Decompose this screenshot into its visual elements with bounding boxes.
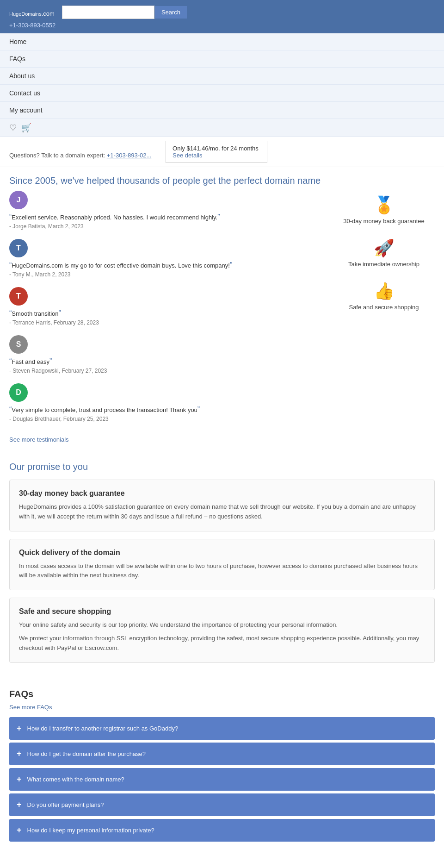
content-area: J Excellent service. Reasonably priced. … — [0, 191, 444, 452]
questions-phone[interactable]: +1-303-893-02... — [107, 152, 151, 159]
tooltip-text: Only $141.46/mo. for 24 months — [173, 145, 259, 152]
faq-label: What comes with the domain name? — [27, 776, 124, 783]
testimonial-item: D Very simple to complete, trust and pro… — [9, 383, 314, 422]
faq-expand-icon: + — [17, 800, 22, 810]
testimonials-list: J Excellent service. Reasonably priced. … — [0, 191, 324, 452]
faq-item[interactable]: + Do you offer payment plans? — [9, 793, 435, 816]
feature-item: 🚀 Take immediate ownership — [333, 238, 435, 268]
promise-card-title: Safe and secure shopping — [19, 607, 425, 616]
see-more-faqs-link[interactable]: See more FAQs — [9, 704, 52, 711]
avatar: S — [9, 335, 28, 354]
testimonial-author: - Douglas Bretthauer, February 25, 2023 — [9, 416, 314, 422]
feature-label: Safe and secure shopping — [349, 304, 419, 311]
testimonial-author: - Steven Radgowski, February 27, 2023 — [9, 368, 314, 374]
feature-icon: 🏅 — [374, 195, 395, 215]
logo: HugeDomains.com — [9, 6, 55, 19]
tooltip-link[interactable]: See details — [173, 152, 202, 159]
nav-link[interactable]: Contact us — [0, 85, 444, 101]
testimonial-item: S Fast and easy - Steven Radgowski, Febr… — [9, 335, 314, 374]
promise-card: Safe and secure shoppingYour online safe… — [9, 598, 435, 662]
nav-link[interactable]: My account — [0, 102, 444, 119]
testimonial-text: Fast and easy — [9, 357, 314, 366]
avatar: D — [9, 383, 28, 402]
faq-expand-icon: + — [17, 724, 22, 733]
nav-icons: ♡ 🛒 — [0, 119, 444, 137]
logo-text: HugeDomains — [9, 11, 42, 17]
faq-section: FAQs See more FAQs + How do I transfer t… — [0, 680, 444, 854]
promise-card: 30-day money back guaranteeHugeDomains p… — [9, 480, 435, 531]
faq-label: How do I get the domain after the purcha… — [27, 750, 146, 757]
main-nav: HomeFAQsAbout usContact usMy account ♡ 🛒 — [0, 33, 444, 137]
nav-link[interactable]: About us — [0, 68, 444, 84]
search-button[interactable]: Search — [154, 6, 187, 19]
faq-heading: FAQs — [9, 689, 435, 699]
nav-link[interactable]: FAQs — [0, 50, 444, 67]
avatar: J — [9, 191, 28, 209]
testimonial-text: Very simple to complete, trust and proce… — [9, 406, 314, 414]
avatar: T — [9, 287, 28, 306]
faq-expand-icon: + — [17, 825, 22, 835]
feature-label: 30-day money back guarantee — [343, 218, 425, 225]
testimonial-author: - Terrance Harris, February 28, 2023 — [9, 319, 314, 326]
nav-link[interactable]: Home — [0, 33, 444, 50]
promise-card-text-2: We protect your information through SSL … — [19, 634, 425, 653]
faq-item[interactable]: + How do I transfer to another registrar… — [9, 717, 435, 740]
see-more-testimonials-link[interactable]: See more testimonials — [9, 436, 69, 443]
search-input[interactable] — [62, 6, 154, 19]
tooltip-banner: Only $141.46/mo. for 24 months See detai… — [166, 141, 267, 163]
questions-text: Questions? Talk to a domain expert: — [9, 152, 105, 159]
feature-item: 👍 Safe and secure shopping — [333, 281, 435, 311]
testimonial-text: HugeDomains.com is my go to for cost eff… — [9, 261, 314, 269]
promise-card-title: 30-day money back guarantee — [19, 489, 425, 498]
nav-item: FAQs — [0, 50, 444, 68]
promise-card-title: Quick delivery of the domain — [19, 549, 425, 557]
feature-item: 🏅 30-day money back guarantee — [333, 195, 435, 225]
faq-label: How do I transfer to another registrar s… — [27, 725, 179, 732]
promise-card-text: HugeDomains provides a 100% satisfaction… — [19, 502, 425, 522]
testimonial-item: T HugeDomains.com is my go to for cost e… — [9, 239, 314, 278]
nav-item: My account — [0, 102, 444, 119]
testimonial-text: Excellent service. Reasonably priced. No… — [9, 213, 314, 221]
avatar: T — [9, 239, 28, 257]
nav-item: Contact us — [0, 85, 444, 102]
faq-item[interactable]: + What comes with the domain name? — [9, 768, 435, 791]
faq-expand-icon: + — [17, 774, 22, 784]
questions-bar: Questions? Talk to a domain expert: +1-3… — [0, 137, 444, 167]
promise-section: Our promise to you 30-day money back gua… — [0, 452, 444, 680]
testimonial-author: - Jorge Batista, March 2, 2023 — [9, 223, 314, 230]
promise-card: Quick delivery of the domainIn most case… — [9, 539, 435, 591]
logo-tld: .com — [42, 10, 55, 17]
promise-card-text: In most cases access to the domain will … — [19, 562, 425, 581]
search-form: Search — [62, 6, 187, 19]
faq-expand-icon: + — [17, 749, 22, 759]
testimonial-text: Smooth transition — [9, 309, 314, 318]
faq-item[interactable]: + How do I keep my personal information … — [9, 819, 435, 842]
main-heading: Since 2005, we've helped thousands of pe… — [0, 167, 444, 191]
feature-icon: 👍 — [374, 281, 395, 301]
nav-item: About us — [0, 68, 444, 85]
nav-item: Home — [0, 33, 444, 50]
promise-heading: Our promise to you — [9, 462, 435, 472]
wishlist-icon[interactable]: ♡ — [9, 123, 17, 133]
testimonial-item: J Excellent service. Reasonably priced. … — [9, 191, 314, 230]
faq-label: Do you offer payment plans? — [27, 801, 104, 808]
features-list: 🏅 30-day money back guarantee 🚀 Take imm… — [324, 191, 444, 452]
promise-card-text-1: Your online safety and security is our t… — [19, 620, 425, 630]
header: HugeDomains.com Search +1-303-893-0552 — [0, 0, 444, 33]
cart-icon[interactable]: 🛒 — [21, 123, 31, 133]
testimonial-author: - Tony M., March 2, 2023 — [9, 271, 314, 278]
faq-label: How do I keep my personal information pr… — [27, 827, 154, 834]
faq-item[interactable]: + How do I get the domain after the purc… — [9, 743, 435, 765]
testimonial-item: T Smooth transition - Terrance Harris, F… — [9, 287, 314, 326]
header-phone: +1-303-893-0552 — [9, 22, 435, 29]
feature-icon: 🚀 — [374, 238, 395, 258]
feature-label: Take immediate ownership — [348, 261, 419, 268]
